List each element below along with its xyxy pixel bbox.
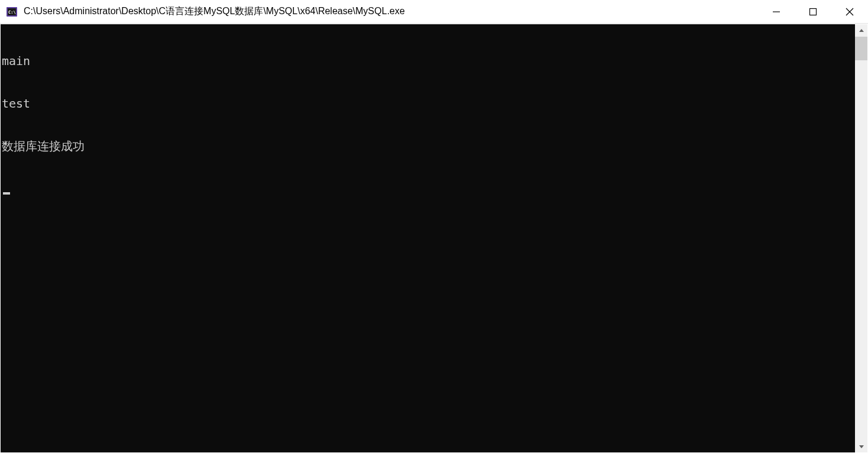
console-cursor-line [1, 182, 855, 196]
svg-text:C:\: C:\ [8, 10, 16, 15]
close-button[interactable] [831, 0, 868, 23]
console-line: 数据库连接成功 [1, 139, 855, 153]
vertical-scrollbar[interactable] [855, 24, 867, 452]
window-controls [758, 0, 868, 23]
titlebar[interactable]: C:\ C:\Users\Administrator\Desktop\C语言连接… [0, 0, 868, 24]
console-line: test [1, 96, 855, 111]
console-container: main test 数据库连接成功 [0, 24, 868, 453]
minimize-button[interactable] [758, 0, 795, 23]
maximize-button[interactable] [795, 0, 831, 23]
console-line: main [1, 54, 855, 68]
scroll-up-button[interactable] [855, 24, 867, 37]
window-title: C:\Users\Administrator\Desktop\C语言连接MySQ… [24, 5, 758, 18]
console-output[interactable]: main test 数据库连接成功 [1, 24, 855, 452]
svg-rect-4 [810, 8, 817, 15]
app-icon: C:\ [6, 6, 18, 18]
scroll-track[interactable] [855, 37, 867, 440]
scroll-down-button[interactable] [855, 440, 867, 452]
cursor-icon [3, 192, 10, 195]
scroll-thumb[interactable] [855, 37, 867, 60]
